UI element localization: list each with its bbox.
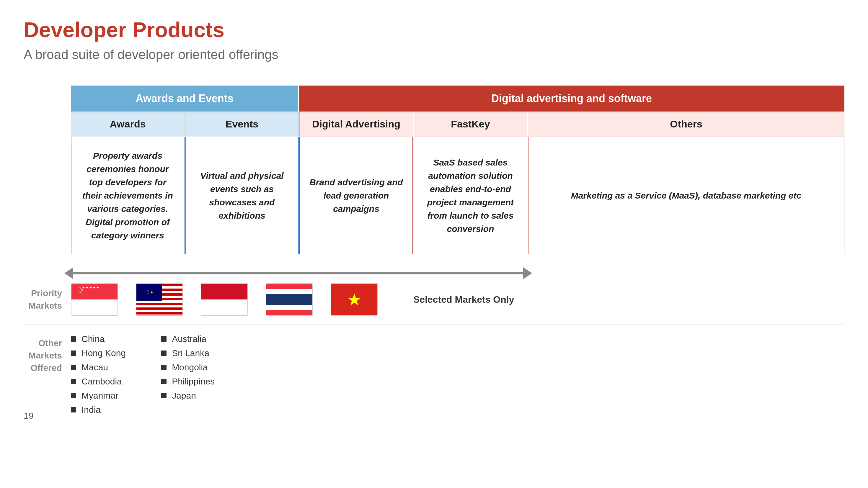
vietnam-star: ★ <box>347 290 362 309</box>
flag-singapore <box>71 283 118 316</box>
bullet <box>71 365 76 370</box>
bullet <box>71 407 76 413</box>
content-digital: Brand advertising and lead generation ca… <box>299 137 413 254</box>
sub-header-digital: Digital Advertising <box>299 112 413 136</box>
flag-indonesia <box>201 283 248 316</box>
selected-markets-label: Selected Markets Only <box>413 294 514 305</box>
list-item: Hong Kong <box>71 348 126 358</box>
sub-header-others: Others <box>528 112 844 136</box>
sub-header-fastkey: FastKey <box>414 112 527 136</box>
list-item: India <box>71 405 126 415</box>
bullet <box>161 351 166 356</box>
bullet <box>161 393 166 398</box>
sub-header-awards: Awards <box>71 112 185 136</box>
content-awards: Property awards ceremonies honour top de… <box>71 137 185 254</box>
other-markets-section: OtherMarketsOffered China Hong Kong Maca… <box>24 334 844 415</box>
divider <box>24 325 844 325</box>
flag-thailand <box>266 283 313 316</box>
list-item: Cambodia <box>71 377 126 387</box>
page-number: 19 <box>24 411 33 421</box>
page-subtitle: A broad suite of developer oriented offe… <box>24 47 844 62</box>
markets-col-2: Australia Sri Lanka Mongolia Philippines… <box>161 334 215 415</box>
list-item: Sri Lanka <box>161 348 215 358</box>
flag-malaysia: ☽ ✦ <box>136 283 183 316</box>
double-arrow <box>71 272 526 274</box>
page-title: Developer Products <box>24 18 844 42</box>
bullet <box>71 351 76 356</box>
sub-header-events: Events <box>185 112 299 136</box>
list-item: China <box>71 334 126 344</box>
markets-col-1: China Hong Kong Macau Cambodia Myanmar I… <box>71 334 126 415</box>
main-grid: Awards and Events Digital advertising an… <box>24 86 844 254</box>
arrow-row <box>71 272 844 274</box>
other-markets-content: China Hong Kong Macau Cambodia Myanmar I… <box>71 334 844 415</box>
priority-markets-label: PriorityMarkets <box>24 287 71 312</box>
bullet <box>161 365 166 370</box>
list-item: Macau <box>71 362 126 372</box>
list-item: Australia <box>161 334 215 344</box>
content-events: Virtual and physical events such as show… <box>185 137 299 254</box>
flags-container: ☽ ✦ ★ Selected Markets Only <box>71 283 844 316</box>
bullet <box>71 393 76 398</box>
bullet <box>161 336 166 341</box>
top-header-digital-software: Digital advertising and software <box>299 86 844 111</box>
list-item: Mongolia <box>161 362 215 372</box>
bullet <box>71 336 76 341</box>
list-item: Myanmar <box>71 391 126 401</box>
bullet <box>161 379 166 384</box>
flag-vietnam: ★ <box>331 283 378 316</box>
list-item: Philippines <box>161 377 215 387</box>
priority-markets-row: PriorityMarkets ☽ ✦ <box>24 283 844 316</box>
content-others: Marketing as a Service (MaaS), database … <box>528 137 844 254</box>
top-header-awards-events: Awards and Events <box>71 86 298 111</box>
other-markets-label: OtherMarketsOffered <box>24 334 71 374</box>
bullet <box>71 379 76 384</box>
content-fastkey: SaaS based sales automation solution ena… <box>414 137 527 254</box>
list-item: Japan <box>161 391 215 401</box>
